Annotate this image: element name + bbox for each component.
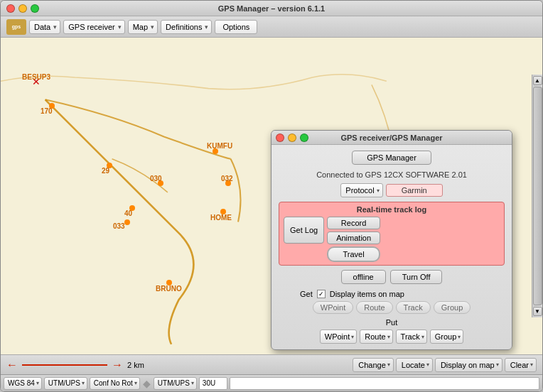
- scrollbar-down-button[interactable]: ▼: [533, 307, 542, 316]
- display-on-map-button[interactable]: Display on map ▾: [435, 358, 502, 372]
- conf-arrow: ▾: [134, 380, 137, 386]
- scale-bar: ← → 2 km: [6, 359, 350, 371]
- put-group-label: Group: [435, 332, 457, 341]
- utm-zone-select[interactable]: UTM/UPS ▾: [154, 377, 197, 390]
- waypoint-40-label: 40: [124, 209, 132, 217]
- protocol-label: Protocol: [345, 186, 374, 195]
- put-buttons: WPoint ▾ Route ▾ Track ▾ Group: [279, 330, 505, 344]
- put-route-dropdown[interactable]: Route ▾: [360, 330, 392, 344]
- map-area[interactable]: ✕ BESUP3 170 KUMFU 29 030 032 40 033 HOM…: [1, 38, 542, 354]
- map-scrollbar[interactable]: ▲ ▼: [532, 75, 542, 317]
- get-buttons: WPoint Route Track Group: [279, 301, 505, 314]
- put-wpoint-label: WPoint: [325, 332, 350, 341]
- locate-arrow: ▾: [426, 361, 429, 368]
- protocol-value: Garmin: [386, 184, 443, 197]
- scale-line: [22, 364, 107, 366]
- animation-button[interactable]: Animation: [327, 232, 380, 244]
- display-items-label: Display items on map: [330, 290, 404, 298]
- get-log-button[interactable]: Get Log: [284, 217, 324, 244]
- record-button[interactable]: Record: [327, 217, 380, 229]
- waypoint-bruno-label: BRUNO: [156, 285, 182, 293]
- get-group-button[interactable]: Group: [434, 301, 471, 314]
- offline-button[interactable]: offline: [341, 270, 386, 284]
- put-group-dropdown[interactable]: Group ▾: [430, 330, 464, 344]
- data-dropdown[interactable]: Data ▾: [29, 20, 60, 34]
- gps-dialog-body: GPS Manager Connected to GPS 12CX SOFTWA…: [272, 145, 512, 349]
- utm-zone-arrow: ▾: [191, 380, 194, 386]
- put-wpoint-dropdown[interactable]: WPoint ▾: [320, 330, 357, 344]
- title-bar: GPS Manager – version 6.1.1: [1, 1, 542, 16]
- gps-dialog-titlebar: GPS receiver/GPS Manager: [272, 131, 512, 145]
- window-title: GPS Manager – version 6.1.1: [218, 4, 325, 13]
- put-section: Put WPoint ▾ Route ▾ Track ▾: [279, 318, 505, 344]
- put-group-arrow: ▾: [458, 334, 461, 340]
- datum-arrow: ▾: [36, 380, 39, 386]
- waypoint-kumfu-label: KUMFU: [207, 142, 232, 150]
- scale-left-arrow: ←: [6, 359, 18, 371]
- protocol-dropdown-arrow: ▾: [377, 187, 380, 194]
- display-on-map-label: Display on map: [441, 361, 495, 369]
- maximize-button[interactable]: [31, 4, 39, 13]
- gps-receiver-dropdown[interactable]: GPS receiver ▾: [63, 20, 124, 34]
- main-window: GPS Manager – version 6.1.1 gps Data ▾ G…: [0, 0, 543, 392]
- status-bar: WGS 84 ▾ UTM/UPS ▾ Conf No Rot ▾ ◆ UTM/U…: [1, 374, 542, 391]
- datum-value: WGS 84: [8, 379, 35, 387]
- dialog-max-button[interactable]: [300, 134, 308, 142]
- clear-arrow: ▾: [530, 361, 533, 368]
- offline-turnoff-row: offline Turn Off: [279, 270, 505, 284]
- scrollbar-up-button[interactable]: ▲: [533, 76, 542, 85]
- change-button[interactable]: Change ▾: [353, 358, 394, 372]
- realtime-label: Real-time track log: [284, 205, 500, 214]
- minimize-button[interactable]: [18, 4, 27, 13]
- scale-text: 2 km: [127, 361, 144, 369]
- display-items-checkbox[interactable]: ✓: [317, 290, 326, 298]
- waypoint-besup3-label: BESUP3: [22, 73, 50, 81]
- waypoint-033-dot[interactable]: [124, 219, 130, 225]
- clear-button[interactable]: Clear ▾: [505, 358, 537, 372]
- definitions-label: Definitions: [166, 23, 202, 31]
- travel-button[interactable]: Travel: [327, 246, 380, 262]
- get-track-button[interactable]: Track: [396, 301, 431, 314]
- scale-right-arrow: →: [112, 359, 123, 371]
- options-button[interactable]: Options: [215, 20, 257, 34]
- scrollbar-thumb[interactable]: [533, 87, 542, 305]
- conf-value: Conf No Rot: [94, 379, 133, 387]
- locate-button[interactable]: Locate ▾: [396, 358, 433, 372]
- projection-arrow: ▾: [82, 380, 85, 386]
- definitions-dropdown[interactable]: Definitions ▾: [161, 20, 212, 34]
- close-button[interactable]: [6, 4, 15, 13]
- gps-receiver-arrow: ▾: [118, 23, 122, 31]
- connected-status: Connected to GPS 12CX SOFTWARE 2.01: [279, 170, 505, 179]
- conf-select[interactable]: Conf No Rot ▾: [90, 377, 140, 390]
- display-on-map-arrow: ▾: [496, 361, 499, 368]
- get-label-row: Get ✓ Display items on map: [279, 290, 505, 298]
- datum-select[interactable]: WGS 84 ▾: [4, 377, 42, 390]
- definitions-arrow: ▾: [205, 23, 208, 31]
- waypoint-032-label: 032: [221, 175, 233, 183]
- zone-field: 30U: [199, 377, 227, 390]
- put-track-dropdown[interactable]: Track ▾: [396, 330, 427, 344]
- gps-manager-button[interactable]: GPS Manager: [352, 151, 431, 165]
- gps-receiver-label: GPS receiver: [68, 23, 114, 31]
- turn-off-button[interactable]: Turn Off: [390, 270, 443, 284]
- map-dropdown[interactable]: Map ▾: [128, 20, 158, 34]
- get-wpoint-button[interactable]: WPoint: [313, 301, 353, 314]
- realtime-section: Real-time track log Get Log Record Anima…: [279, 202, 505, 266]
- map-arrow: ▾: [151, 23, 154, 31]
- bottom-bar: ← → 2 km Change ▾ Locate ▾ Display on ma…: [1, 354, 542, 374]
- gps-dialog-title: GPS receiver/GPS Manager: [340, 134, 442, 142]
- dialog-close-button[interactable]: [276, 134, 284, 142]
- right-buttons: Record Animation Travel: [327, 217, 380, 262]
- get-route-button[interactable]: Route: [356, 301, 392, 314]
- clear-label: Clear: [510, 361, 529, 369]
- data-dropdown-arrow: ▾: [53, 23, 57, 31]
- bottom-controls: Change ▾ Locate ▾ Display on map ▾ Clear…: [353, 358, 537, 372]
- protocol-dropdown[interactable]: Protocol ▾: [340, 183, 382, 197]
- projection-select[interactable]: UTM/UPS ▾: [44, 377, 87, 390]
- traffic-lights: [6, 4, 39, 13]
- zone-value: 30U: [203, 379, 215, 387]
- put-label: Put: [279, 318, 505, 327]
- waypoint-170-label: 170: [41, 107, 53, 115]
- dialog-min-button[interactable]: [288, 134, 296, 142]
- get-label: Get: [300, 290, 313, 298]
